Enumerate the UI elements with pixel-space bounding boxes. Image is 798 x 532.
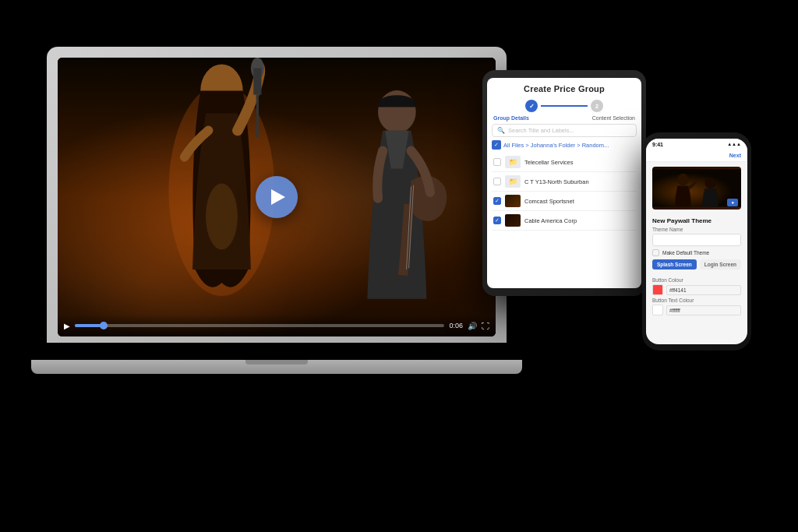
tablet-screen: Create Price Group ✓ 2 Group Details Con… — [487, 78, 641, 288]
tab-login-screen[interactable]: Login Screen — [700, 259, 741, 270]
step-1-circle: ✓ — [525, 100, 538, 112]
video-action-button[interactable]: ● — [727, 199, 738, 206]
phone-video-thumbnail: ● — [652, 167, 741, 210]
guitarist-figure — [320, 86, 474, 322]
table-row[interactable]: 📁 Telecellar Services — [492, 153, 637, 172]
button-text-color-swatch[interactable] — [652, 305, 663, 315]
controls-play-icon[interactable]: ▶ — [64, 322, 70, 330]
button-color-row: #ff4141 — [652, 284, 741, 295]
progress-dot — [100, 322, 108, 329]
file-list: 📁 Telecellar Services 📁 C T Y13-North Su… — [487, 153, 641, 231]
step-labels: Group Details Content Selection — [487, 115, 641, 121]
svg-rect-3 — [254, 69, 262, 95]
make-default-checkbox[interactable] — [652, 249, 659, 256]
laptop-notch — [245, 360, 308, 365]
button-text-color-input[interactable]: #ffffff — [666, 305, 741, 315]
step-connector — [541, 105, 588, 107]
status-bar: 9:41 ▲▲▲ — [646, 139, 747, 150]
volume-icon[interactable]: 🔊 — [468, 322, 477, 330]
button-color-input[interactable]: #ff4141 — [666, 285, 741, 295]
file-checkbox-3[interactable]: ✓ — [493, 197, 501, 205]
file-name-3: Comcast Sportsnet — [524, 198, 635, 205]
search-icon: 🔍 — [497, 127, 505, 134]
step-2-circle: 2 — [591, 100, 603, 112]
tablet-title: Create Price Group — [495, 84, 634, 93]
tablet-header: Create Price Group — [487, 78, 641, 97]
folder-icon-1: 📁 — [505, 156, 521, 168]
status-time: 9:41 — [652, 142, 663, 147]
video-player: ▶ 0:06 🔊 ⛶ — [58, 58, 496, 336]
theme-name-input[interactable] — [652, 234, 741, 246]
file-checkbox-1[interactable] — [493, 158, 501, 166]
phone-screen: 9:41 ▲▲▲ Next — [646, 139, 747, 344]
step-1-label: Group Details — [493, 115, 529, 121]
table-row[interactable]: ✓ Comcast Sportsnet — [492, 192, 637, 211]
play-icon — [271, 189, 285, 205]
make-default-label: Make Default Theme — [662, 250, 709, 255]
main-scene: ▶ 0:06 🔊 ⛶ — [0, 0, 798, 532]
play-button[interactable] — [256, 176, 298, 218]
file-name-4: Cable America Corp — [524, 217, 635, 224]
button-color-swatch[interactable] — [652, 284, 663, 295]
time-display: 0:06 — [449, 322, 463, 329]
breadcrumb-text: All Files > Johanna's Folder > Random... — [503, 142, 609, 149]
color-section: Button Colour #ff4141 Button Text Colour… — [646, 276, 747, 319]
search-bar[interactable]: 🔍 Search Title and Labels... — [492, 124, 637, 137]
file-checkbox-2[interactable] — [493, 178, 501, 185]
step-2-label: Content Selection — [592, 115, 635, 121]
progress-fill — [75, 324, 104, 327]
laptop-base — [31, 360, 522, 374]
video-controls: ▶ 0:06 🔊 ⛶ — [58, 315, 496, 336]
button-color-label: Button Colour — [652, 277, 741, 283]
make-default-row[interactable]: Make Default Theme — [652, 249, 741, 256]
folder-icon-2: 📁 — [505, 175, 521, 188]
button-text-color-row: #ffffff — [652, 305, 741, 315]
button-text-color-label: Button Text Colour — [652, 298, 741, 303]
concert-scene: ▶ 0:06 🔊 ⛶ — [58, 58, 496, 336]
progress-bar[interactable] — [75, 324, 444, 327]
video-thumb-1 — [505, 195, 521, 207]
theme-name-label: Theme Name — [652, 227, 741, 232]
table-row[interactable]: 📁 C T Y13-North Suburban — [492, 172, 637, 192]
search-placeholder: Search Title and Labels... — [508, 127, 574, 134]
next-button[interactable]: Next — [729, 153, 741, 158]
breadcrumb: ✓ All Files > Johanna's Folder > Random.… — [492, 140, 637, 150]
svg-point-5 — [206, 184, 238, 250]
laptop-device: ▶ 0:06 🔊 ⛶ — [47, 47, 507, 374]
wizard-steps: ✓ 2 — [487, 97, 641, 115]
phone-device: 9:41 ▲▲▲ Next — [642, 132, 751, 351]
phone-nav: Next — [646, 150, 747, 162]
file-checkbox-4[interactable]: ✓ — [493, 217, 501, 224]
breadcrumb-check: ✓ — [492, 140, 501, 150]
laptop-screen: ▶ 0:06 🔊 ⛶ — [58, 58, 496, 336]
status-icons: ▲▲▲ — [727, 142, 741, 146]
svg-point-10 — [677, 174, 688, 186]
tablet-device: Create Price Group ✓ 2 Group Details Con… — [482, 70, 646, 296]
section-title: New Paywall Theme — [652, 217, 741, 224]
laptop-body: ▶ 0:06 🔊 ⛶ — [47, 47, 507, 343]
video-thumb-2 — [505, 214, 521, 227]
file-name-2: C T Y13-North Suburban — [524, 178, 635, 185]
phone-main-section: New Paywall Theme Theme Name Make Defaul… — [646, 214, 747, 276]
screen-type-tabs: Splash Screen Login Screen — [652, 259, 741, 270]
file-name-1: Telecellar Services — [524, 159, 635, 166]
table-row[interactable]: ✓ Cable America Corp — [492, 211, 637, 231]
tab-splash-screen[interactable]: Splash Screen — [652, 259, 697, 270]
svg-point-11 — [705, 178, 716, 188]
fullscreen-icon[interactable]: ⛶ — [482, 322, 489, 330]
